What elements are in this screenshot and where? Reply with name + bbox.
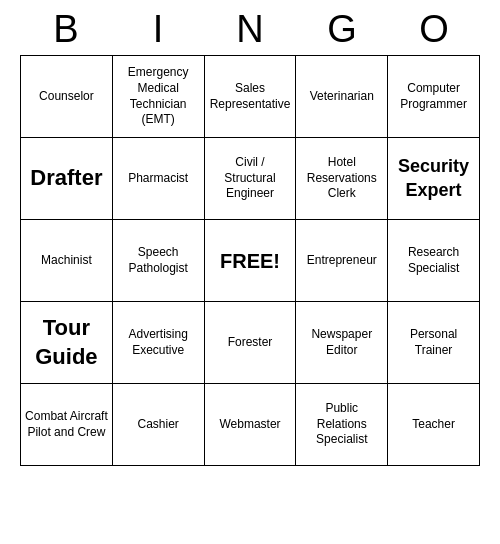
bingo-cell-r3-c0: Tour Guide	[21, 302, 113, 384]
bingo-cell-r0-c0: Counselor	[21, 56, 113, 138]
bingo-header: BINGO	[20, 0, 480, 55]
bingo-grid: CounselorEmergency Medical Technician (E…	[20, 55, 480, 466]
bingo-cell-r3-c4: Personal Trainer	[388, 302, 480, 384]
bingo-letter-b: B	[26, 8, 106, 51]
bingo-cell-r2-c0: Machinist	[21, 220, 113, 302]
bingo-cell-r4-c1: Cashier	[113, 384, 205, 466]
bingo-cell-r2-c1: Speech Pathologist	[113, 220, 205, 302]
bingo-cell-r4-c0: Combat Aircraft Pilot and Crew	[21, 384, 113, 466]
bingo-cell-r0-c4: Computer Programmer	[388, 56, 480, 138]
bingo-cell-r1-c0: Drafter	[21, 138, 113, 220]
bingo-letter-i: I	[118, 8, 198, 51]
bingo-cell-r2-c2: FREE!	[205, 220, 297, 302]
bingo-cell-r0-c1: Emergency Medical Technician (EMT)	[113, 56, 205, 138]
bingo-cell-r2-c4: Research Specialist	[388, 220, 480, 302]
bingo-cell-r4-c4: Teacher	[388, 384, 480, 466]
bingo-cell-r0-c2: Sales Representative	[205, 56, 297, 138]
bingo-cell-r4-c2: Webmaster	[205, 384, 297, 466]
bingo-cell-r2-c3: Entrepreneur	[296, 220, 388, 302]
bingo-letter-n: N	[210, 8, 290, 51]
bingo-cell-r1-c1: Pharmacist	[113, 138, 205, 220]
bingo-cell-r3-c3: Newspaper Editor	[296, 302, 388, 384]
bingo-cell-r1-c3: Hotel Reservations Clerk	[296, 138, 388, 220]
bingo-letter-o: O	[394, 8, 474, 51]
bingo-cell-r3-c1: Advertising Executive	[113, 302, 205, 384]
bingo-letter-g: G	[302, 8, 382, 51]
bingo-cell-r3-c2: Forester	[205, 302, 297, 384]
bingo-cell-r4-c3: Public Relations Specialist	[296, 384, 388, 466]
bingo-cell-r1-c4: Security Expert	[388, 138, 480, 220]
bingo-cell-r0-c3: Veterinarian	[296, 56, 388, 138]
bingo-cell-r1-c2: Civil / Structural Engineer	[205, 138, 297, 220]
